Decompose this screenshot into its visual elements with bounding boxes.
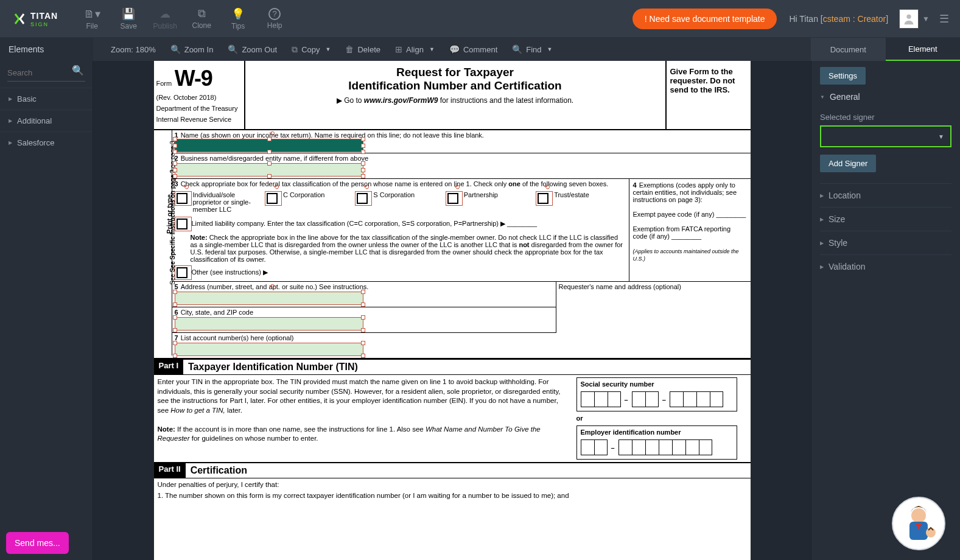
- city-field[interactable]: [175, 317, 363, 331]
- section-size[interactable]: Size: [820, 207, 951, 231]
- copy-button[interactable]: ⧉Copy▼: [286, 42, 337, 57]
- zoom-in-button[interactable]: 🔍Zoom In: [164, 42, 220, 57]
- comment-icon: 💬: [449, 44, 460, 54]
- file-menu[interactable]: 🗎▾File: [74, 2, 110, 35]
- tab-document[interactable]: Document: [811, 38, 886, 61]
- section-validation[interactable]: Validation: [820, 254, 951, 278]
- brand-name: TITAN: [30, 11, 58, 21]
- add-signer-button[interactable]: Add Signer: [820, 155, 876, 172]
- name-field[interactable]: ⟲: [175, 139, 363, 152]
- publish-button: ☁Publish: [147, 2, 183, 35]
- section-general[interactable]: General: [820, 85, 951, 109]
- copy-icon: ⧉: [292, 44, 298, 55]
- zoom-out-button[interactable]: 🔍Zoom Out: [222, 42, 283, 57]
- align-button[interactable]: ⊞Align▼: [389, 42, 441, 57]
- brand-logo: TITANSIGN: [6, 10, 64, 27]
- brand-sub: SIGN: [30, 21, 58, 27]
- avatar[interactable]: [899, 9, 919, 29]
- cb-other[interactable]: [175, 265, 192, 280]
- user-greeting: Hi Titan [csteam : Creator]: [789, 14, 888, 24]
- zoom-out-icon: 🔍: [228, 44, 238, 54]
- svg-point-0: [906, 14, 911, 18]
- help-button[interactable]: ?Help: [256, 2, 293, 35]
- document[interactable]: Form W-9 (Rev. October 2018) Department …: [154, 61, 751, 560]
- section-location[interactable]: Location: [820, 183, 951, 207]
- chevron-down-icon: ▼: [938, 133, 944, 140]
- elements-panel: 🔍 Basic Additional Salesforce: [0, 61, 93, 560]
- cb-ccorp[interactable]: ⟲: [265, 191, 282, 206]
- section-style[interactable]: Style: [820, 231, 951, 254]
- selected-signer-label: Selected signer: [820, 113, 951, 122]
- help-icon: ?: [268, 8, 281, 20]
- zoom-display: Zoom: 180%: [105, 43, 162, 57]
- trash-icon: 🗑: [345, 44, 354, 54]
- properties-panel: Settings General Selected signer ▼ Add S…: [811, 61, 960, 560]
- group-salesforce[interactable]: Salesforce: [0, 131, 93, 153]
- clone-button[interactable]: ⧉Clone: [183, 2, 220, 35]
- address-field[interactable]: ⟲: [175, 292, 363, 305]
- lightbulb-icon: 💡: [231, 7, 245, 21]
- signer-dropdown[interactable]: ▼: [820, 125, 951, 147]
- zoom-in-icon: 🔍: [170, 44, 181, 54]
- find-button[interactable]: 🔍Find▼: [506, 42, 558, 57]
- cloud-upload-icon: ☁: [159, 7, 170, 21]
- help-hero-icon[interactable]: [892, 497, 945, 550]
- save-warning-button[interactable]: ! Need save document template: [632, 9, 777, 29]
- save-icon: 💾: [122, 7, 135, 21]
- canvas[interactable]: Form W-9 (Rev. October 2018) Department …: [93, 61, 811, 560]
- tips-button[interactable]: 💡Tips: [220, 2, 256, 35]
- cb-llc[interactable]: [175, 217, 192, 231]
- svg-point-1: [911, 508, 926, 523]
- delete-button[interactable]: 🗑Delete: [339, 42, 387, 57]
- tab-element[interactable]: Element: [886, 38, 961, 61]
- menu-icon[interactable]: ☰: [939, 12, 949, 26]
- account-field[interactable]: [175, 343, 363, 356]
- save-button[interactable]: 💾Save: [110, 2, 147, 35]
- cb-individual[interactable]: ⟲: [175, 191, 192, 206]
- send-message-button[interactable]: Send mes...: [6, 532, 69, 554]
- search-icon: 🔍: [512, 44, 522, 54]
- cb-partnership[interactable]: ⟲: [446, 191, 463, 206]
- group-additional[interactable]: Additional: [0, 110, 93, 131]
- settings-button[interactable]: Settings: [820, 67, 866, 85]
- align-icon: ⊞: [395, 44, 402, 54]
- cb-scorp[interactable]: ⟲: [355, 191, 372, 206]
- clone-icon: ⧉: [198, 7, 206, 20]
- cb-trust[interactable]: ⟲: [536, 191, 553, 206]
- search-icon: 🔍: [72, 65, 84, 76]
- business-name-field[interactable]: [175, 163, 363, 177]
- group-basic[interactable]: Basic: [0, 88, 93, 110]
- file-icon: 🗎▾: [84, 7, 100, 21]
- elements-panel-title: Elements: [0, 38, 93, 61]
- svg-point-3: [926, 528, 936, 537]
- user-menu-caret[interactable]: ▼: [922, 15, 930, 23]
- comment-button[interactable]: 💬Comment: [443, 42, 503, 57]
